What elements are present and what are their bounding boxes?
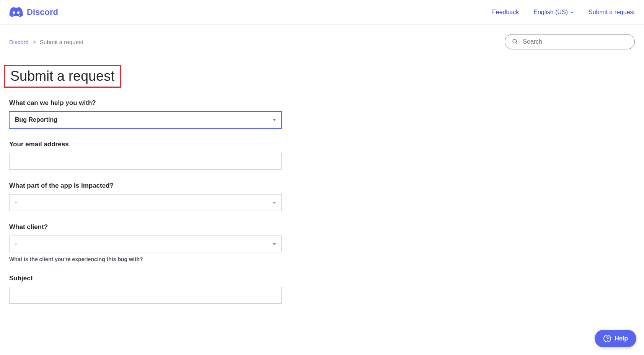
nav: Feedback English (US) Submit a request <box>492 9 635 16</box>
breadcrumb-separator: > <box>33 39 36 45</box>
chevron-down-icon <box>570 10 574 14</box>
highlight-box: Submit a request <box>4 65 121 88</box>
logo[interactable]: Discord <box>9 7 58 18</box>
form-group-subject: Subject <box>9 275 282 304</box>
svg-line-1 <box>516 43 517 44</box>
label-subject: Subject <box>9 275 282 282</box>
caret-icon <box>273 202 276 204</box>
breadcrumb-current: Submit a request <box>40 39 83 45</box>
help-widget[interactable]: Help <box>595 330 636 331</box>
page-title: Submit a request <box>10 68 114 84</box>
brand-name: Discord <box>27 7 58 17</box>
form-group-email: Your email address <box>9 141 282 170</box>
label-app-part: What part of the app is impacted? <box>9 182 282 190</box>
form-group-app-part: What part of the app is impacted? - <box>9 182 282 211</box>
select-help-with-value: Bug Reporting <box>15 116 57 123</box>
label-help-with: What can we help you with? <box>9 99 282 107</box>
breadcrumb-root[interactable]: Discord <box>9 39 29 45</box>
form-group-help-with: What can we help you with? Bug Reporting <box>9 99 282 128</box>
select-app-part-value: - <box>15 199 17 206</box>
hint-client: What is the client you're experiencing t… <box>9 256 282 262</box>
input-subject[interactable] <box>9 287 282 304</box>
nav-feedback[interactable]: Feedback <box>492 9 519 16</box>
nav-language-label: English (US) <box>533 9 568 16</box>
caret-icon <box>273 243 276 245</box>
subheader: Discord > Submit a request <box>0 25 644 49</box>
select-client[interactable]: - <box>9 236 282 252</box>
label-client: What client? <box>9 223 282 231</box>
select-client-value: - <box>15 240 17 247</box>
search-icon <box>512 38 518 45</box>
input-email[interactable] <box>9 153 282 170</box>
label-email: Your email address <box>9 141 282 148</box>
main: Submit a request What can we help you wi… <box>0 49 291 331</box>
caret-icon <box>273 119 276 121</box>
search-box[interactable] <box>505 34 635 49</box>
breadcrumb: Discord > Submit a request <box>9 39 83 45</box>
select-app-part[interactable]: - <box>9 194 282 211</box>
discord-logo-icon <box>9 7 23 18</box>
nav-language[interactable]: English (US) <box>533 9 574 16</box>
header: Discord Feedback English (US) Submit a r… <box>0 0 644 25</box>
nav-submit-request[interactable]: Submit a request <box>589 9 635 16</box>
svg-point-0 <box>513 39 517 43</box>
search-input[interactable] <box>523 38 628 45</box>
form-group-client: What client? - What is the client you're… <box>9 223 282 262</box>
select-help-with[interactable]: Bug Reporting <box>9 111 282 128</box>
